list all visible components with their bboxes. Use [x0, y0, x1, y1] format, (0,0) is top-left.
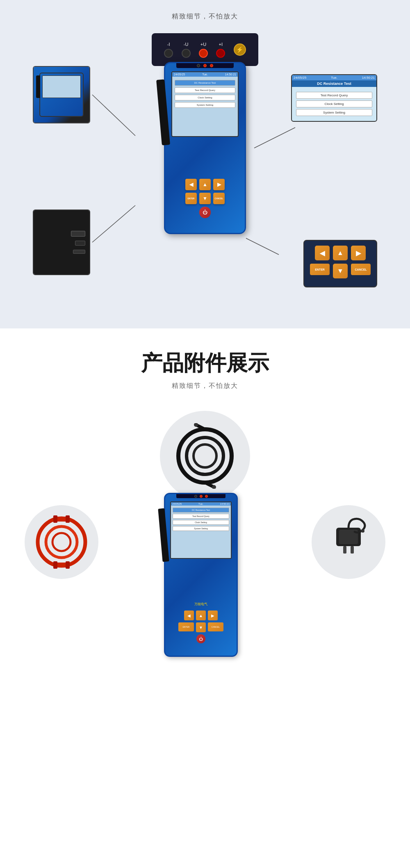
- panel-btn-right[interactable]: ▶: [351, 246, 366, 260]
- popup-header: 24/05/25 Tue. 14:50:21: [292, 75, 376, 80]
- popup-menu-3: System Setting: [296, 109, 372, 116]
- port-hole-u-pos: [199, 49, 208, 58]
- small-screen-header: 24/05/25 Tue. 14:50:21: [171, 502, 231, 506]
- small-port-3: [205, 495, 208, 498]
- product-diagram: -I -U +U +I ⚡: [8, 33, 402, 312]
- small-btn-down[interactable]: ▼: [196, 622, 206, 632]
- port-hole-i-pos: [216, 49, 225, 58]
- small-menu-item-2: Test Record Query: [173, 514, 229, 519]
- thumb-detail-ports: [34, 210, 89, 274]
- svg-rect-17: [66, 515, 70, 523]
- small-btn-up[interactable]: ▲: [196, 611, 206, 620]
- section1-subtitle: 精致细节，不怕放大: [8, 12, 402, 21]
- adapter-svg: [322, 515, 375, 569]
- popup-time: 14:50:21: [362, 76, 375, 80]
- small-btn-row-top: ◀ ▲ ▶: [171, 611, 230, 620]
- device-top-ports: [176, 63, 234, 68]
- section2-title: 产品附件展示: [8, 349, 402, 378]
- svg-rect-16: [53, 515, 57, 523]
- btn-row-power: ⏻: [173, 207, 237, 218]
- svg-rect-24: [351, 546, 354, 554]
- screen-time: 14:50:21: [225, 73, 236, 76]
- svg-rect-19: [53, 561, 57, 569]
- screen-header: 24/05/25 Tue. 14:50:21: [172, 72, 238, 77]
- small-btn-cancel[interactable]: CANCEL: [208, 622, 223, 631]
- btn-up[interactable]: ▲: [199, 179, 211, 190]
- port-u-pos: +U: [199, 42, 208, 58]
- port-i-neg: -I: [164, 42, 173, 58]
- small-port-1: [194, 495, 197, 498]
- screen-date: 24/05/25: [174, 73, 185, 76]
- panel-btn-enter[interactable]: ENTER: [310, 264, 330, 275]
- port-antenna: ⚡: [234, 43, 246, 56]
- device-body: 24/05/25 Tue. 14:50:21 DC Resistance Tes…: [164, 62, 246, 234]
- panel-btn-up[interactable]: ▲: [333, 246, 348, 260]
- small-screen-day: Tue.: [198, 503, 203, 505]
- port-hole-i-neg: [164, 49, 173, 58]
- small-btn-row-bottom: ENTER ▼ CANCEL: [171, 622, 230, 632]
- btn-left[interactable]: ◀: [185, 179, 197, 190]
- btn-cancel[interactable]: CANCEL: [213, 193, 225, 204]
- svg-line-1: [92, 95, 135, 136]
- btn-power[interactable]: ⏻: [199, 207, 211, 218]
- acc-circle-red-cable: [25, 505, 98, 579]
- small-screen-time: 14:50:21: [220, 503, 230, 505]
- device-buttons: ◀ ▲ ▶ ENTER ▼ CANCEL ⏻: [173, 179, 237, 221]
- btn-row-bottom: ENTER ▼ CANCEL: [173, 193, 237, 204]
- svg-line-2: [92, 205, 135, 242]
- small-top-ports: [176, 494, 226, 498]
- port-hole-u-neg: [182, 49, 191, 58]
- section-accessories: 产品附件展示 精致细节，不怕放大: [0, 328, 410, 763]
- panel-btn-down[interactable]: ▼: [333, 264, 348, 278]
- popup-date: 24/05/25: [294, 76, 306, 80]
- thumb-detail-device-side: [34, 67, 89, 123]
- small-btn-enter[interactable]: ENTER: [178, 622, 194, 631]
- screen-menu-item-4: System Setting: [175, 102, 235, 108]
- svg-point-6: [187, 437, 223, 474]
- small-btn-row-power: ⏻: [171, 634, 230, 643]
- svg-point-7: [194, 444, 216, 467]
- svg-rect-20: [66, 561, 70, 569]
- svg-point-25: [361, 529, 364, 533]
- btn-row-top: ◀ ▲ ▶: [173, 179, 237, 190]
- small-port-2: [200, 495, 203, 498]
- screen-popup-right: 24/05/25 Tue. 14:50:21 DC Resistance Tes…: [291, 74, 377, 122]
- connector-top: -I -U +U +I ⚡: [152, 33, 258, 66]
- popup-spacer-2: [292, 118, 376, 121]
- small-device-buttons: ◀ ▲ ▶ ENTER ▼ CANCEL ⏻: [171, 611, 230, 645]
- small-device-body: 24/05/25 Tue. 14:50:21 DC Resistance Tes…: [164, 493, 238, 657]
- device-strap: [156, 79, 170, 145]
- acc-main-device: 24/05/25 Tue. 14:50:21 DC Resistance Tes…: [164, 493, 246, 665]
- red-cable-svg: [33, 513, 90, 571]
- screen-day: Tue.: [202, 73, 208, 76]
- screen-menu-item-2: Test Record Query: [175, 87, 235, 93]
- popup-title: DC Resistance Test: [292, 80, 376, 87]
- small-btn-left[interactable]: ◀: [184, 611, 194, 620]
- popup-spacer: [292, 87, 376, 90]
- port-i-pos: +I: [216, 42, 225, 58]
- small-device-screen: 24/05/25 Tue. 14:50:21 DC Resistance Tes…: [170, 501, 232, 559]
- panel-btn-row-top: ◀ ▲ ▶: [309, 246, 371, 260]
- panel-btn-left[interactable]: ◀: [315, 246, 330, 260]
- tiny-port-3: [210, 64, 213, 67]
- panel-btn-row-bottom: ENTER ▼ CANCEL: [309, 264, 371, 278]
- btn-down[interactable]: ▼: [199, 193, 211, 204]
- tiny-port-2: [203, 64, 207, 67]
- small-menu-item-3: Clock Setting: [173, 520, 229, 525]
- accessories-layout: 24/05/25 Tue. 14:50:21 DC Resistance Tes…: [8, 411, 402, 739]
- screen-menu: DC Resistance Test Test Record Query Clo…: [172, 77, 238, 113]
- tiny-port-1: [197, 64, 200, 67]
- btn-panel-popup: ◀ ▲ ▶ ENTER ▼ CANCEL: [303, 240, 377, 287]
- btn-right[interactable]: ▶: [213, 179, 225, 190]
- panel-btn-cancel[interactable]: CANCEL: [351, 264, 371, 275]
- svg-point-13: [46, 526, 77, 558]
- small-screen-date: 24/05/25: [172, 503, 182, 505]
- small-btn-power[interactable]: ⏻: [196, 634, 205, 643]
- small-btn-right[interactable]: ▶: [208, 611, 218, 620]
- btn-enter[interactable]: ENTER: [185, 193, 197, 204]
- port-u-neg: -U: [182, 42, 191, 58]
- popup-menu-1: Test Record Query: [296, 92, 372, 99]
- svg-line-4: [246, 238, 279, 255]
- svg-rect-23: [343, 546, 346, 554]
- acc-circle-cable: [160, 411, 250, 501]
